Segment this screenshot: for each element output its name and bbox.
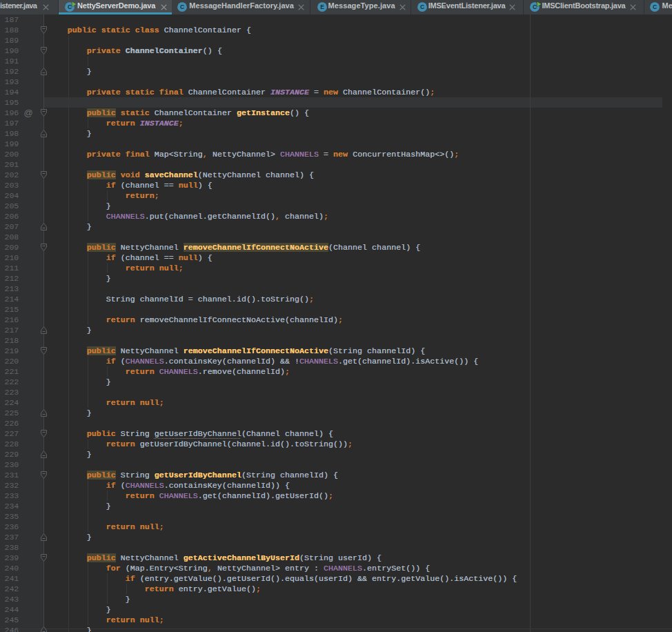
svg-text:C: C — [653, 3, 657, 10]
svg-text:E: E — [320, 3, 324, 10]
svg-text:C: C — [419, 3, 424, 10]
svg-text:C: C — [67, 3, 71, 10]
svg-text:C: C — [180, 3, 184, 10]
svg-text:C: C — [533, 3, 537, 10]
